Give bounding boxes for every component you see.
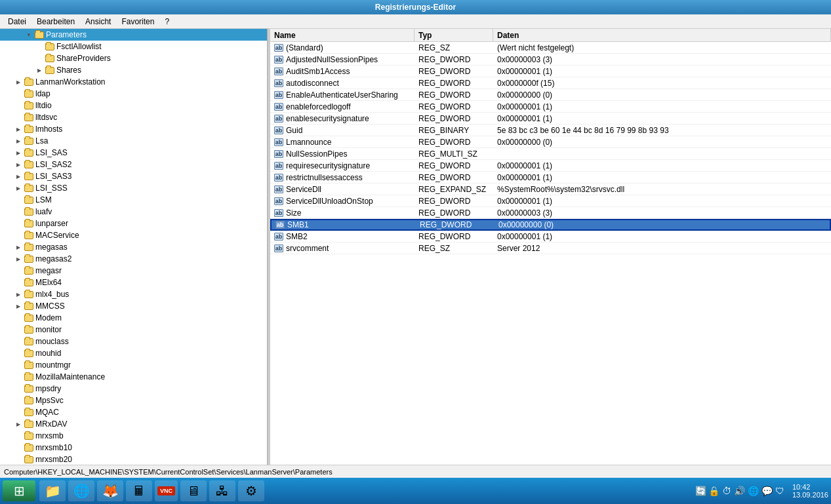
tree-item[interactable]: ▶LSI_SSS	[0, 182, 267, 194]
tree-item[interactable]: lunparser	[0, 218, 267, 229]
tree-toggle[interactable]: ▶	[13, 185, 24, 191]
tree-item[interactable]: Modem	[0, 312, 267, 324]
taskbar-ie[interactable]: 🌐	[68, 480, 94, 501]
cell-name: abenablesecuritysignature	[270, 113, 415, 124]
cell-data: 0x00000003 (3)	[493, 208, 831, 218]
table-row[interactable]: abEnableAuthenticateUserSharingREG_DWORD…	[270, 89, 831, 101]
tree-item[interactable]: ▶Shares	[0, 64, 267, 76]
taskbar-calc[interactable]: 🖩	[126, 480, 152, 501]
menu-bearbeiten[interactable]: Bearbeiten	[31, 16, 80, 28]
tree-toggle[interactable]: ▶	[13, 174, 24, 180]
table-row[interactable]: abrestrictnullsessaccessREG_DWORD0x00000…	[270, 172, 831, 184]
tree-toggle[interactable]: ▶	[13, 292, 24, 298]
tree-item[interactable]: ▼Parameters	[0, 29, 267, 41]
tree-item[interactable]: ▶lmhosts	[0, 123, 267, 135]
tree-item[interactable]: mpsdry	[0, 383, 267, 395]
tree-item[interactable]: ▶megasas2	[0, 253, 267, 265]
taskbar-network[interactable]: 🖧	[209, 480, 235, 501]
tree-item[interactable]: ▶LSI_SAS3	[0, 170, 267, 182]
tree-toggle[interactable]: ▶	[13, 421, 24, 427]
table-row[interactable]: ab(Standard)REG_SZ(Wert nicht festgelegt…	[270, 42, 831, 54]
menu-ansicht[interactable]: Ansicht	[80, 16, 116, 28]
table-row[interactable]: abServiceDllUnloadOnStopREG_DWORD0x00000…	[270, 195, 831, 207]
tree-item[interactable]: MozillaMaintenance	[0, 371, 267, 383]
tree-toggle[interactable]: ▶	[34, 68, 45, 73]
col-header-type[interactable]: Typ	[415, 29, 493, 41]
tree-item[interactable]: mountmgr	[0, 359, 267, 371]
table-row[interactable]: abenablesecuritysignatureREG_DWORD0x0000…	[270, 113, 831, 125]
tree-item[interactable]: FsctlAllowlist	[0, 41, 267, 52]
tree-toggle[interactable]: ▶	[13, 150, 24, 156]
taskbar-server-mgr[interactable]: 🖥	[180, 480, 207, 501]
tree-item[interactable]: ▶LSI_SAS2	[0, 159, 267, 170]
table-row[interactable]: abLmannounceREG_DWORD0x00000000 (0)	[270, 136, 831, 148]
tree-item[interactable]: mouhid	[0, 347, 267, 359]
tree-toggle[interactable]: ▶	[13, 138, 24, 144]
tree-item[interactable]: LSM	[0, 194, 267, 206]
tree-toggle[interactable]: ▶	[13, 303, 24, 309]
tree-item[interactable]: ▶megasas	[0, 241, 267, 253]
menu-datei[interactable]: Datei	[3, 16, 31, 28]
table-row[interactable]: abNullSessionPipesREG_MULTI_SZ	[270, 148, 831, 160]
tree-item[interactable]: MQAC	[0, 406, 267, 418]
tree-item[interactable]: ldap	[0, 88, 267, 100]
cell-type: REG_DWORD	[415, 161, 493, 171]
tree-scroll[interactable]: ▼ParametersFsctlAllowlistShareProviders▶…	[0, 29, 267, 465]
tree-toggle[interactable]: ▶	[13, 256, 24, 262]
col-header-data[interactable]: Daten	[493, 29, 831, 41]
tree-item[interactable]: monitor	[0, 324, 267, 336]
tree-item[interactable]: ▶LSI_SAS	[0, 147, 267, 159]
col-header-name[interactable]: Name	[270, 29, 415, 41]
tree-toggle[interactable]: ▶	[13, 79, 24, 85]
table-row[interactable]: abSMB2REG_DWORD0x00000001 (1)	[270, 231, 831, 242]
table-row[interactable]: abAuditSmb1AccessREG_DWORD0x00000001 (1)	[270, 66, 831, 77]
table-row[interactable]: abGuidREG_BINARY5e 83 bc c3 be 60 1e 44 …	[270, 125, 831, 136]
tree-item[interactable]: ▶mlx4_bus	[0, 288, 267, 300]
tree-item[interactable]: lltdio	[0, 100, 267, 111]
tree-item[interactable]: mrxsmb	[0, 430, 267, 442]
tree-item[interactable]: lltdsvc	[0, 111, 267, 123]
table-row[interactable]: abServiceDllREG_EXPAND_SZ%SystemRoot%\sy…	[270, 184, 831, 195]
tree-item[interactable]: mrxsmb20	[0, 454, 267, 465]
reg-value-icon: ab	[274, 126, 283, 134]
menu-favoriten[interactable]: Favoriten	[116, 16, 159, 28]
taskbar-explorer[interactable]: 📁	[39, 480, 66, 501]
tree-item[interactable]: ▶MMCSS	[0, 300, 267, 312]
folder-icon	[24, 184, 34, 193]
taskbar-vnc[interactable]: VNC	[155, 480, 178, 501]
table-row[interactable]: abSizeREG_DWORD0x00000003 (3)	[270, 207, 831, 219]
tree-item[interactable]: MElx64	[0, 277, 267, 288]
table-row[interactable]: abenableforcedlogoffREG_DWORD0x00000001 …	[270, 101, 831, 113]
table-row[interactable]: abSMB1REG_DWORD0x00000000 (0)	[270, 219, 831, 231]
tree-toggle[interactable]: ▼	[24, 32, 34, 38]
start-button[interactable]: ⊞	[3, 480, 35, 501]
tree-item[interactable]: ShareProviders	[0, 52, 267, 64]
tree-item[interactable]: luafv	[0, 206, 267, 218]
cell-name: abNullSessionPipes	[270, 149, 415, 159]
clock: 10:4213.09.2016	[792, 483, 828, 499]
table-row[interactable]: abautodisconnectREG_DWORD0x0000000f (15)	[270, 77, 831, 89]
tree-item[interactable]: MACService	[0, 229, 267, 241]
tree-toggle[interactable]: ▶	[13, 162, 24, 168]
tree-toggle[interactable]: ▶	[13, 244, 24, 250]
tree-label: MACService	[35, 231, 79, 240]
table-row[interactable]: abAdjustedNullSessionPipesREG_DWORD0x000…	[270, 54, 831, 66]
taskbar-gear[interactable]: ⚙	[238, 480, 264, 501]
tree-item[interactable]: mouclass	[0, 336, 267, 347]
cell-name: abGuid	[270, 125, 415, 136]
folder-icon	[24, 301, 34, 311]
cell-type: REG_BINARY	[415, 125, 493, 136]
tree-item[interactable]: MpsSvc	[0, 395, 267, 406]
tree-item[interactable]: ▶MRxDAV	[0, 418, 267, 430]
tree-item[interactable]: ▶LanmanWorkstation	[0, 76, 267, 88]
taskbar-firefox[interactable]: 🦊	[97, 480, 123, 501]
table-row[interactable]: absrvcommentREG_SZServer 2012	[270, 242, 831, 254]
main-area: ▼ParametersFsctlAllowlistShareProviders▶…	[0, 29, 831, 465]
tree-item[interactable]: megasr	[0, 265, 267, 277]
detail-scroll[interactable]: ab(Standard)REG_SZ(Wert nicht festgelegt…	[270, 42, 831, 465]
tree-item[interactable]: ▶Lsa	[0, 135, 267, 147]
menu-help[interactable]: ?	[159, 16, 174, 28]
tree-item[interactable]: mrxsmb10	[0, 442, 267, 454]
tree-toggle[interactable]: ▶	[13, 126, 24, 132]
table-row[interactable]: abrequiresecuritysignatureREG_DWORD0x000…	[270, 160, 831, 172]
